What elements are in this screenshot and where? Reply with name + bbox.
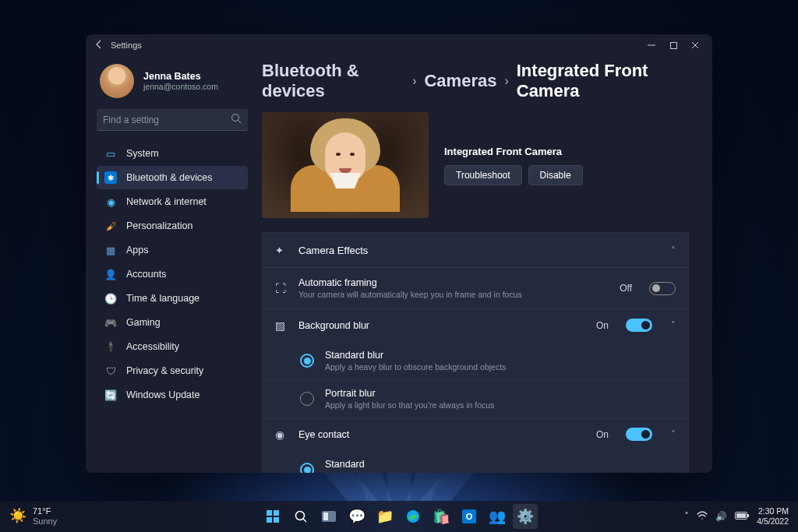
profile-email: jenna@contoso.com bbox=[143, 82, 218, 91]
svg-line-9 bbox=[303, 519, 306, 522]
framing-toggle[interactable] bbox=[649, 282, 676, 295]
svg-rect-17 bbox=[747, 514, 749, 517]
window-title: Settings bbox=[111, 41, 641, 50]
svg-rect-6 bbox=[267, 517, 272, 523]
task-view[interactable] bbox=[316, 504, 341, 529]
standard-blur-title: Standard blur bbox=[325, 350, 506, 361]
portrait-blur-desc: Apply a light blur so that you're always… bbox=[325, 400, 494, 410]
camera-effects-card: ✦ Camera Effects ˄ ⛶ Automatic framing Y… bbox=[262, 232, 689, 473]
sparkle-icon: ✦ bbox=[275, 245, 288, 256]
profile-name: Jenna Bates bbox=[143, 71, 218, 82]
back-button[interactable] bbox=[95, 40, 111, 51]
weather-widget[interactable]: ☀️ 71°F Sunny bbox=[9, 506, 57, 527]
settings-taskbar-icon[interactable]: ⚙️ bbox=[513, 504, 538, 529]
store-icon[interactable]: 🛍️ bbox=[429, 504, 454, 529]
camera-preview bbox=[262, 112, 429, 218]
camera-effects-header[interactable]: ✦ Camera Effects ˄ bbox=[263, 233, 688, 267]
tray-wifi-icon[interactable] bbox=[697, 511, 708, 523]
eye-standard-row[interactable]: Standard Make eye contact even when you'… bbox=[263, 450, 688, 473]
svg-point-2 bbox=[232, 114, 239, 121]
breadcrumb-current: Integrated Front Camera bbox=[517, 61, 689, 101]
tray-volume-icon[interactable]: 🔊 bbox=[715, 511, 727, 522]
nav-gaming[interactable]: 🎮Gaming bbox=[97, 311, 248, 334]
svg-rect-5 bbox=[274, 510, 279, 516]
svg-rect-4 bbox=[267, 510, 272, 516]
eye-standard-desc: Make eye contact even when you're lookin… bbox=[325, 471, 602, 473]
weather-temp: 71°F bbox=[33, 506, 57, 516]
minimize-button[interactable] bbox=[641, 37, 662, 53]
profile[interactable]: Jenna Bates jenna@contoso.com bbox=[97, 59, 248, 109]
breadcrumb-cameras[interactable]: Cameras bbox=[424, 71, 496, 91]
eye-toggle[interactable] bbox=[626, 428, 652, 441]
clock-icon: 🕒 bbox=[104, 292, 117, 305]
background-blur-row: ▨ Background blur On ˄ bbox=[263, 308, 688, 341]
edge-icon[interactable] bbox=[401, 504, 425, 529]
close-button[interactable] bbox=[684, 37, 706, 53]
portrait-blur-title: Portrait blur bbox=[325, 388, 494, 399]
blur-icon: ▨ bbox=[275, 319, 288, 332]
nav-accessibility[interactable]: 🕴Accessibility bbox=[97, 335, 248, 358]
standard-blur-radio[interactable] bbox=[300, 354, 314, 368]
nav-time[interactable]: 🕒Time & language bbox=[97, 287, 248, 310]
portrait-blur-row[interactable]: Portrait blur Apply a light blur so that… bbox=[263, 379, 688, 417]
nav-personalization[interactable]: 🖌Personalization bbox=[97, 214, 248, 238]
blur-state: On bbox=[596, 320, 609, 331]
blur-toggle[interactable] bbox=[626, 319, 652, 332]
chevron-right-icon: › bbox=[504, 74, 508, 88]
outlook-icon[interactable]: O bbox=[457, 504, 482, 529]
eye-expand[interactable]: ˄ bbox=[671, 429, 676, 439]
explorer-icon[interactable]: 📁 bbox=[373, 504, 397, 529]
taskbar-search[interactable] bbox=[288, 504, 313, 529]
avatar bbox=[100, 64, 134, 98]
accessibility-icon: 🕴 bbox=[104, 340, 117, 353]
eye-standard-title: Standard bbox=[325, 459, 602, 470]
nav-update[interactable]: 🔄Windows Update bbox=[97, 383, 248, 407]
nav-bluetooth[interactable]: ✱Bluetooth & devices bbox=[97, 166, 248, 189]
eye-icon: ◉ bbox=[275, 428, 288, 441]
chat-icon[interactable]: 💬 bbox=[344, 504, 369, 529]
start-button[interactable] bbox=[260, 504, 285, 529]
maximize-button[interactable] bbox=[662, 37, 684, 53]
eye-standard-radio[interactable] bbox=[300, 463, 314, 473]
blur-expand[interactable]: ˄ bbox=[671, 320, 676, 330]
search-box[interactable] bbox=[97, 109, 248, 131]
svg-text:O: O bbox=[466, 512, 473, 521]
main-content: Bluetooth & devices › Cameras › Integrat… bbox=[254, 56, 712, 473]
apps-icon: ▦ bbox=[104, 244, 117, 256]
standard-blur-row[interactable]: Standard blur Apply a heavy blur to obsc… bbox=[263, 341, 688, 379]
clock[interactable]: 2:30 PM 4/5/2022 bbox=[757, 506, 789, 527]
eye-title: Eye contact bbox=[298, 429, 585, 440]
titlebar: Settings bbox=[86, 34, 712, 56]
nav-apps[interactable]: ▦Apps bbox=[97, 238, 248, 262]
troubleshoot-button[interactable]: Troubleshoot bbox=[444, 165, 522, 185]
framing-icon: ⛶ bbox=[275, 282, 288, 294]
eye-state: On bbox=[596, 429, 609, 440]
svg-rect-7 bbox=[274, 517, 279, 523]
teams-icon[interactable]: 👥 bbox=[485, 504, 510, 529]
tray-battery-icon[interactable] bbox=[735, 511, 749, 522]
breadcrumb-bluetooth[interactable]: Bluetooth & devices bbox=[262, 61, 404, 101]
breadcrumb: Bluetooth & devices › Cameras › Integrat… bbox=[262, 61, 689, 101]
nav-system[interactable]: ▭System bbox=[97, 142, 248, 165]
taskbar-apps: 💬 📁 🛍️ O 👥 ⚙️ bbox=[260, 504, 538, 529]
shield-icon: 🛡 bbox=[104, 365, 117, 377]
framing-desc: Your camera will automatically keep you … bbox=[298, 290, 609, 299]
taskbar: ☀️ 71°F Sunny 💬 📁 🛍️ O 👥 ⚙️ ˄ 🔊 2:30 PM … bbox=[0, 501, 798, 532]
gaming-icon: 🎮 bbox=[104, 316, 117, 329]
nav-network[interactable]: ◉Network & internet bbox=[97, 190, 248, 213]
disable-button[interactable]: Disable bbox=[528, 165, 583, 185]
search-input[interactable] bbox=[103, 115, 231, 125]
sun-icon: ☀️ bbox=[9, 508, 26, 525]
standard-blur-desc: Apply a heavy blur to obscure background… bbox=[325, 362, 506, 372]
effects-header-label: Camera Effects bbox=[298, 245, 660, 256]
blur-title: Background blur bbox=[298, 320, 585, 331]
portrait-blur-radio[interactable] bbox=[300, 392, 314, 406]
clock-date: 4/5/2022 bbox=[757, 516, 789, 527]
eye-contact-row: ◉ Eye contact On ˄ bbox=[263, 417, 688, 450]
nav-accounts[interactable]: 👤Accounts bbox=[97, 262, 248, 286]
chevron-right-icon: › bbox=[412, 74, 416, 88]
tray-chevron-icon[interactable]: ˄ bbox=[684, 511, 689, 522]
nav-privacy[interactable]: 🛡Privacy & security bbox=[97, 359, 248, 382]
bluetooth-icon: ✱ bbox=[104, 171, 117, 184]
wifi-icon: ◉ bbox=[104, 196, 117, 208]
